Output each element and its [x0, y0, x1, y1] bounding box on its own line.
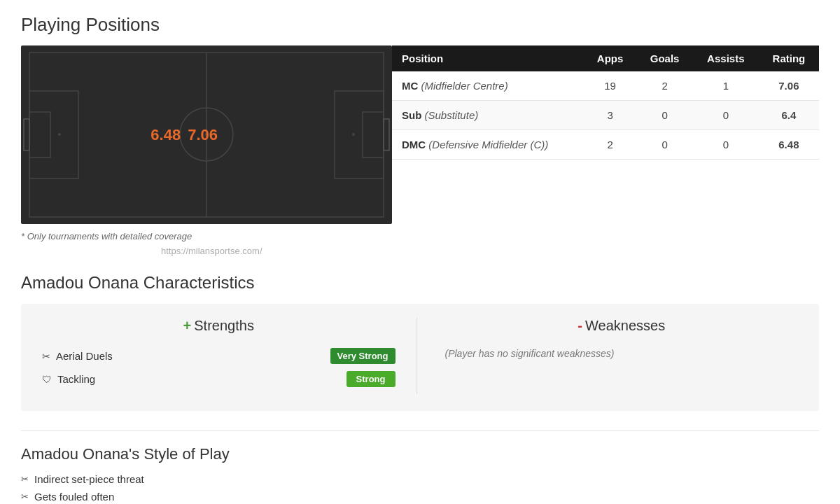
football-pitch: 6.48 7.06 [21, 46, 392, 224]
strengths-header: +Strengths [42, 318, 396, 334]
pitch-rating-2: 7.06 [188, 126, 218, 144]
plus-icon: + [183, 318, 192, 333]
svg-rect-7 [335, 91, 384, 178]
aerial-icon: ✂ [42, 351, 50, 362]
svg-rect-9 [384, 119, 389, 150]
col-goals: Goals [636, 46, 692, 71]
weaknesses-column: -Weaknesses (Player has no significant w… [417, 318, 799, 394]
style-item-label-2: Gets fouled often [34, 491, 114, 503]
footnote: * Only tournaments with detailed coverag… [21, 231, 819, 241]
characteristics-section: Amadou Onana Characteristics +Strengths … [21, 273, 819, 411]
position-full: (Midfielder Centre) [421, 80, 508, 92]
table-row: MC (Midfielder Centre) 19 2 1 7.06 [392, 71, 819, 101]
position-short: DMC [402, 139, 426, 150]
col-apps: Apps [584, 46, 637, 71]
table-header-row: Position Apps Goals Assists Rating [392, 46, 819, 71]
table-row: DMC (Defensive Midfielder (C)) 2 0 0 6.4… [392, 130, 819, 160]
svg-rect-5 [29, 112, 50, 158]
position-short: Sub [402, 109, 421, 121]
svg-point-10 [58, 133, 61, 136]
characteristics-box: +Strengths ✂ Aerial Duels Very Strong 🛡 … [21, 304, 819, 411]
assists-cell: 0 [693, 130, 759, 160]
style-item-2: ✂ Gets fouled often [21, 491, 819, 503]
assists-cell: 1 [693, 71, 759, 101]
position-full: (Substitute) [425, 109, 479, 121]
characteristics-title: Amadou Onana Characteristics [21, 273, 819, 293]
apps-cell: 19 [584, 71, 637, 101]
style-of-play-section: Amadou Onana's Style of Play ✂ Indirect … [21, 430, 819, 504]
goals-cell: 0 [636, 130, 692, 160]
pitch-ratings: 6.48 7.06 [150, 126, 218, 144]
assists-cell: 0 [693, 101, 759, 130]
position-cell: Sub (Substitute) [392, 101, 584, 130]
apps-cell: 3 [584, 101, 637, 130]
svg-rect-8 [363, 112, 384, 158]
aerial-duels-label: Aerial Duels [56, 350, 113, 362]
position-short: MC [402, 80, 418, 92]
watermark: https://milansportse.com/ [161, 246, 819, 256]
style-title: Amadou Onana's Style of Play [21, 445, 819, 463]
style-item-1: ✂ Indirect set-piece threat [21, 473, 819, 485]
style-icon-1: ✂ [21, 474, 29, 484]
strong-badge: Strong [346, 371, 396, 387]
strength-item-aerial: ✂ Aerial Duels Very Strong [42, 348, 396, 364]
pitch-rating-1: 6.48 [150, 126, 181, 144]
positions-table-wrapper: Position Apps Goals Assists Rating MC (M… [392, 46, 819, 160]
col-assists: Assists [693, 46, 759, 71]
goals-cell: 0 [636, 101, 692, 130]
strength-label: 🛡 Tackling [42, 373, 95, 385]
weaknesses-header: -Weaknesses [445, 318, 799, 334]
page-container: Playing Positions [0, 0, 840, 504]
minus-icon: - [578, 318, 582, 333]
style-item-label-1: Indirect set-piece threat [34, 473, 144, 485]
positions-layout: 6.48 7.06 Position Apps Goals Assists Ra… [21, 46, 819, 224]
no-weaknesses-text: (Player has no significant weaknesses) [445, 348, 799, 359]
rating-cell: 6.4 [759, 101, 819, 130]
char-columns: +Strengths ✂ Aerial Duels Very Strong 🛡 … [42, 318, 798, 394]
goals-cell: 2 [636, 71, 692, 101]
very-strong-badge: Very Strong [330, 348, 396, 364]
svg-point-11 [352, 133, 355, 136]
svg-rect-6 [24, 119, 29, 150]
style-icon-2: ✂ [21, 491, 29, 502]
col-position: Position [392, 46, 584, 71]
tackling-icon: 🛡 [42, 374, 52, 385]
playing-positions-title: Playing Positions [21, 14, 819, 36]
rating-cell: 7.06 [759, 71, 819, 101]
strengths-column: +Strengths ✂ Aerial Duels Very Strong 🛡 … [42, 318, 417, 394]
col-rating: Rating [759, 46, 819, 71]
apps-cell: 2 [584, 130, 637, 160]
position-cell: DMC (Defensive Midfielder (C)) [392, 130, 584, 160]
svg-rect-4 [29, 91, 78, 178]
positions-table: Position Apps Goals Assists Rating MC (M… [392, 46, 819, 160]
table-row: Sub (Substitute) 3 0 0 6.4 [392, 101, 819, 130]
position-full: (Defensive Midfielder (C)) [428, 139, 548, 150]
position-cell: MC (Midfielder Centre) [392, 71, 584, 101]
tackling-label: Tackling [57, 373, 95, 385]
strength-item-tackling: 🛡 Tackling Strong [42, 371, 396, 387]
rating-cell: 6.48 [759, 130, 819, 160]
strength-label: ✂ Aerial Duels [42, 350, 113, 362]
